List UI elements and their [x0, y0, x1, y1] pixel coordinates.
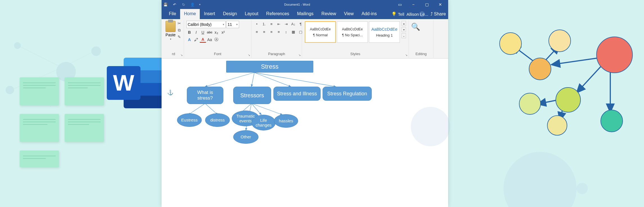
group-paragraph: • 1. ≡ ⇤ ⇥ A↓ ¶ ≡ ≡ ≡ ≡ ↕ ▦ ▢	[251, 20, 302, 58]
strikethrough-button[interactable]: abc	[207, 29, 213, 35]
group-label: rd	[165, 51, 182, 57]
node-stress-illness[interactable]: Stress and Illness	[273, 87, 321, 101]
group-font: Calibri (Body)▾ 11▾ B I U abc x₂ x² A 🖍 …	[184, 20, 251, 58]
paste-icon	[165, 21, 176, 32]
bold-button[interactable]: B	[186, 29, 192, 35]
svg-line-8	[254, 73, 291, 87]
dialog-launcher-icon[interactable]: ↘	[298, 53, 301, 57]
connectors	[162, 58, 448, 207]
node-stress-regulation[interactable]: Stress Regulation	[323, 87, 372, 101]
group-label: Paragraph	[254, 51, 300, 57]
group-label: Styles	[304, 51, 406, 57]
font-name-select[interactable]: Calibri (Body)▾	[186, 21, 226, 28]
change-case-button[interactable]: Aa	[207, 37, 213, 43]
tell-me[interactable]: 💡Tell	[391, 12, 404, 17]
save-icon[interactable]: 💾	[163, 2, 168, 7]
anchor-icon: ⚓	[167, 89, 173, 96]
align-right-button[interactable]: ≡	[268, 29, 275, 35]
node-what-is-stress[interactable]: What is stress?	[187, 87, 223, 104]
svg-line-9	[254, 73, 336, 87]
bulb-icon: 💡	[391, 12, 397, 17]
dialog-launcher-icon[interactable]: ↘	[180, 53, 183, 57]
tab-layout[interactable]: Layout	[241, 9, 262, 19]
sticky-note	[65, 77, 104, 105]
style-no-spacing[interactable]: AaBbCcDdEe ¶ No Spaci...	[337, 21, 368, 43]
sticky-note	[20, 150, 59, 167]
node-life-changes[interactable]: Life changes	[251, 115, 276, 130]
tab-insert[interactable]: Insert	[200, 9, 219, 19]
superscript-button[interactable]: x²	[220, 29, 226, 35]
word-window: 💾 ↶ ↻ 👤 ▾ Document1 - Word ▭ − ▢ ✕ File …	[162, 0, 448, 207]
bullets-button[interactable]: •	[254, 21, 260, 27]
copy-button[interactable]: ⧉	[177, 28, 182, 33]
format-painter-button[interactable]: ✎	[177, 34, 182, 39]
styles-more-button[interactable]: ⌄	[402, 33, 406, 38]
group-clipboard: Paste ▾ ✂ ⧉ ✎ rd ↘	[163, 20, 184, 58]
font-size-select[interactable]: 11▾	[226, 21, 239, 28]
ribbon: Paste ▾ ✂ ⧉ ✎ rd ↘ Calibri (Body)▾ 11▾	[162, 19, 448, 58]
node-hassles[interactable]: hassles	[274, 114, 298, 128]
node-stress[interactable]: Stress	[226, 61, 313, 73]
svg-line-11	[205, 104, 218, 115]
ribbon-options-button[interactable]: ▭	[394, 1, 406, 8]
subscript-button[interactable]: x₂	[213, 29, 219, 35]
tab-review[interactable]: Review	[318, 9, 340, 19]
style-heading1[interactable]: AaBbCcDdEe Heading 1	[369, 21, 400, 43]
tab-view[interactable]: View	[340, 9, 357, 19]
document-title: Document1 - Word	[201, 3, 394, 6]
numbering-button[interactable]: 1.	[261, 21, 267, 27]
svg-line-0	[17, 45, 62, 68]
node-eustress[interactable]: Eustress	[177, 113, 202, 127]
styles-down-button[interactable]: ▾	[402, 27, 406, 32]
style-normal[interactable]: AaBbCcDdEe ¶ Normal	[305, 21, 336, 43]
node-stressors[interactable]: Stressors	[233, 87, 271, 104]
document-canvas[interactable]: ⚓ Stress What is stress? Stressors Stres…	[162, 58, 448, 207]
tab-mailings[interactable]: Mailings	[293, 9, 318, 19]
styles-up-button[interactable]: ▴	[402, 21, 406, 26]
multilevel-button[interactable]: ≡	[268, 21, 275, 27]
cut-button[interactable]: ✂	[177, 21, 182, 26]
titlebar: 💾 ↶ ↻ 👤 ▾ Document1 - Word ▭ − ▢ ✕	[162, 0, 448, 9]
paste-button[interactable]: Paste ▾	[165, 21, 176, 40]
line-spacing-button[interactable]: ↕	[283, 29, 289, 35]
align-left-button[interactable]: ≡	[254, 29, 260, 35]
font-color-button[interactable]: A	[200, 37, 206, 43]
bg-network-right	[408, 6, 644, 202]
user-icon[interactable]: 👤	[190, 2, 195, 7]
justify-button[interactable]: ≡	[276, 29, 282, 35]
node-other[interactable]: Other	[233, 130, 258, 144]
shading-button[interactable]: ▦	[290, 29, 296, 35]
increase-indent-button[interactable]: ⇥	[283, 21, 289, 27]
italic-button[interactable]: I	[193, 29, 199, 35]
text-effects-button[interactable]: A	[186, 37, 192, 43]
underline-button[interactable]: U	[200, 29, 206, 35]
svg-line-10	[188, 104, 205, 115]
word-logo: W	[107, 58, 163, 108]
ribbon-tabs: File Home Insert Design Layout Reference…	[162, 9, 448, 19]
align-center-button[interactable]: ≡	[261, 29, 267, 35]
tab-file[interactable]: File	[165, 9, 180, 19]
redo-icon[interactable]: ↻	[181, 2, 186, 7]
sort-button[interactable]: A↓	[290, 21, 296, 27]
tab-addins[interactable]: Add-ins	[358, 9, 381, 19]
decrease-indent-button[interactable]: ⇤	[276, 21, 282, 27]
svg-line-7	[251, 73, 254, 87]
word-w-icon: W	[107, 66, 140, 100]
node-distress[interactable]: distress	[205, 113, 230, 127]
svg-line-6	[205, 73, 254, 87]
tab-references[interactable]: References	[262, 9, 293, 19]
group-styles: AaBbCcDdEe ¶ Normal AaBbCcDdEe ¶ No Spac…	[302, 20, 409, 58]
highlight-button[interactable]: 🖍	[193, 37, 199, 43]
undo-icon[interactable]: ↶	[172, 2, 177, 7]
group-label: Font	[186, 51, 249, 57]
tab-design[interactable]: Design	[219, 9, 241, 19]
sticky-note	[20, 77, 59, 105]
clear-formatting-button[interactable]: Ⓐ	[213, 37, 219, 43]
tab-home[interactable]: Home	[180, 9, 200, 19]
dialog-launcher-icon[interactable]: ↘	[248, 53, 250, 57]
dialog-launcher-icon[interactable]: ↘	[405, 53, 407, 57]
sticky-note	[20, 114, 59, 142]
sticky-note	[65, 114, 104, 142]
